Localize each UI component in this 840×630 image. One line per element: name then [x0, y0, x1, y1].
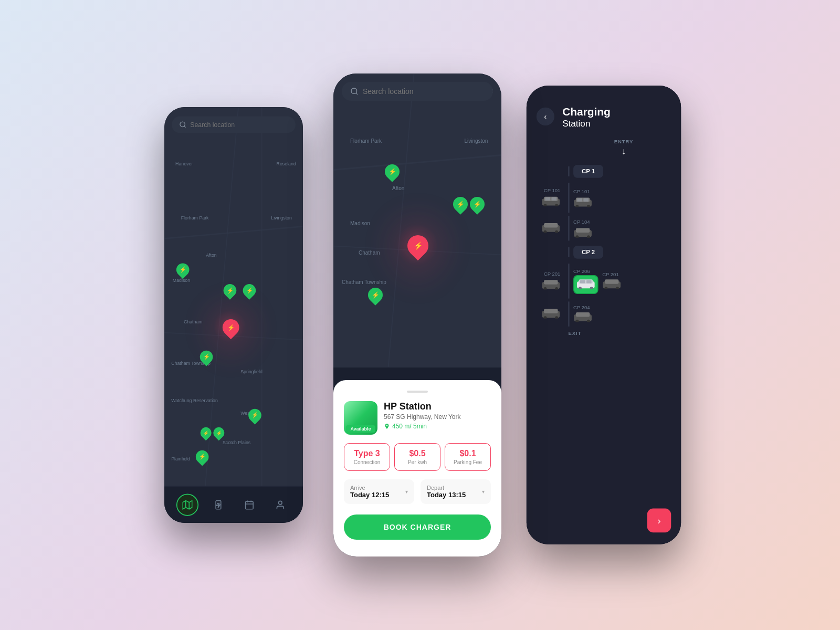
map-label-afton: Afton — [206, 253, 217, 258]
kwh-value: $0.5 — [399, 449, 436, 458]
svg-rect-28 — [576, 228, 590, 232]
station-distance: 450 m/ 5min — [384, 423, 461, 430]
svg-point-9 — [278, 501, 281, 504]
station-screen: ‹ Charging Station ENTRY ↓ CP 1 — [527, 86, 681, 544]
parking-layout: ENTRY ↓ CP 1 CP 101 — [527, 139, 681, 336]
cp201-right-label: CP 201 — [602, 271, 621, 277]
svg-rect-38 — [586, 280, 592, 283]
nav-charge[interactable] — [207, 494, 229, 516]
pin-g2[interactable]: ⚡ — [367, 285, 384, 305]
station-header: Available HP Station 567 SG Highway, New… — [344, 401, 491, 435]
pin-charge-icon: ⚡ — [227, 324, 235, 331]
map-label-chatham: Chatham — [184, 319, 203, 324]
available-badge: Available — [346, 425, 375, 433]
svg-rect-20 — [583, 198, 589, 201]
charger-pin-5[interactable]: ⚡ — [247, 406, 262, 424]
pricing-row: Type 3 Connection $0.5 Per kwh $0.1 Park… — [344, 443, 491, 471]
next-button[interactable]: › — [647, 509, 671, 533]
charger-pin-2[interactable]: ⚡ — [223, 282, 237, 299]
car-left-2 — [541, 222, 560, 233]
search-input-2[interactable] — [363, 87, 485, 96]
svg-rect-24 — [544, 223, 558, 227]
pin-g-double[interactable]: ⚡ ⚡ — [453, 197, 485, 212]
selected-parking-slot[interactable] — [573, 275, 598, 294]
search-icon — [179, 121, 186, 128]
depart-chevron: ▾ — [482, 489, 485, 495]
map-background: Hanover Roseland Florham Park Livingston… — [164, 107, 303, 523]
price-parking: $0.1 Parking Fee — [445, 443, 491, 471]
svg-rect-19 — [577, 198, 582, 201]
car-right-3 — [602, 278, 621, 289]
map-label-florham: Florham Park — [181, 215, 209, 220]
charging-title: Charging — [562, 106, 611, 119]
map-label-hanover: Hanover — [175, 161, 193, 166]
svg-point-10 — [351, 88, 357, 94]
car-right-1 — [573, 196, 592, 207]
selected-car — [576, 278, 595, 289]
back-button[interactable]: ‹ — [537, 108, 554, 125]
search-bar-2[interactable] — [342, 82, 493, 101]
svg-rect-14 — [552, 197, 557, 200]
svg-rect-13 — [545, 197, 550, 200]
search-bar[interactable] — [172, 117, 296, 133]
map-label-plainfield: Plainfield — [171, 456, 190, 461]
svg-rect-37 — [580, 280, 585, 283]
depart-time: Today 13:15 — [427, 491, 466, 499]
price-kwh: $0.5 Per kwh — [394, 443, 440, 471]
cp2-section: CP 2 — [573, 246, 603, 259]
depart-block[interactable]: Depart Today 13:15 ▾ — [421, 479, 491, 504]
charger-pin-6[interactable]: ⚡ — [195, 448, 209, 465]
cp206-label: CP 206 — [573, 268, 598, 274]
connection-value: Type 3 — [349, 449, 385, 458]
arrive-block[interactable]: Arrive Today 12:15 ▾ — [344, 479, 414, 504]
svg-rect-32 — [544, 280, 558, 284]
pin-g1[interactable]: ⚡ — [384, 162, 401, 182]
svg-rect-5 — [245, 501, 253, 509]
selected-pin-2[interactable]: ⚡ — [407, 235, 428, 256]
map-label-springfield: Springfield — [240, 369, 262, 374]
svg-rect-50 — [576, 312, 590, 317]
nav-map[interactable] — [176, 494, 198, 516]
left-cp101-label: CP 101 — [534, 187, 560, 193]
charger-pin-double[interactable]: ⚡ ⚡ — [201, 427, 225, 438]
map-label-watchung: Watchung Reservation — [171, 398, 218, 403]
cp104-label: CP 104 — [573, 219, 592, 224]
station-info: HP Station 567 SG Highway, New York 450 … — [384, 401, 461, 430]
bottom-nav — [164, 486, 303, 523]
car-right-4 — [573, 311, 592, 322]
car-right-2 — [573, 226, 592, 237]
svg-rect-46 — [544, 309, 558, 313]
parking-label: Parking Fee — [449, 459, 486, 465]
exit-label: EXIT — [569, 330, 674, 335]
map-label-scotch: Scotch Plains — [223, 440, 250, 445]
nav-profile[interactable] — [269, 494, 291, 516]
car-left-3 — [541, 278, 560, 289]
arrive-label: Arrive — [350, 485, 389, 491]
svg-rect-42 — [605, 279, 618, 284]
svg-marker-1 — [183, 500, 192, 509]
entry-label: ENTRY — [614, 139, 634, 144]
charger-pin-4[interactable]: ⚡ — [199, 348, 214, 365]
book-charger-button[interactable]: BOOK CHARGER — [344, 514, 491, 540]
parking-value: $0.1 — [449, 449, 486, 458]
search-icon-2 — [350, 87, 359, 96]
search-input[interactable] — [190, 121, 288, 128]
kwh-label: Per kwh — [399, 459, 436, 465]
car-left-1 — [541, 195, 560, 206]
arrive-time: Today 12:15 — [350, 491, 389, 499]
charger-pin-3[interactable]: ⚡ — [242, 282, 257, 299]
charger-pin-1[interactable]: ⚡ — [175, 261, 190, 278]
cp1-section: CP 1 — [573, 165, 603, 178]
card-handle — [407, 391, 428, 393]
map-label-livingston: Livingston — [271, 215, 292, 220]
booking-card: Available HP Station 567 SG Highway, New… — [333, 380, 501, 556]
distance-text: 450 m/ 5min — [392, 423, 427, 430]
depart-label: Depart — [427, 485, 466, 491]
arrive-chevron: ▾ — [405, 489, 408, 495]
nav-calendar[interactable] — [238, 494, 260, 516]
cp204-label: CP 204 — [573, 304, 592, 310]
map-label-roseland: Roseland — [277, 161, 296, 166]
station-header-bar: ‹ Charging Station — [527, 86, 681, 139]
selected-pin[interactable]: ⚡ — [223, 319, 239, 336]
left-cp201-label: CP 201 — [534, 271, 560, 276]
